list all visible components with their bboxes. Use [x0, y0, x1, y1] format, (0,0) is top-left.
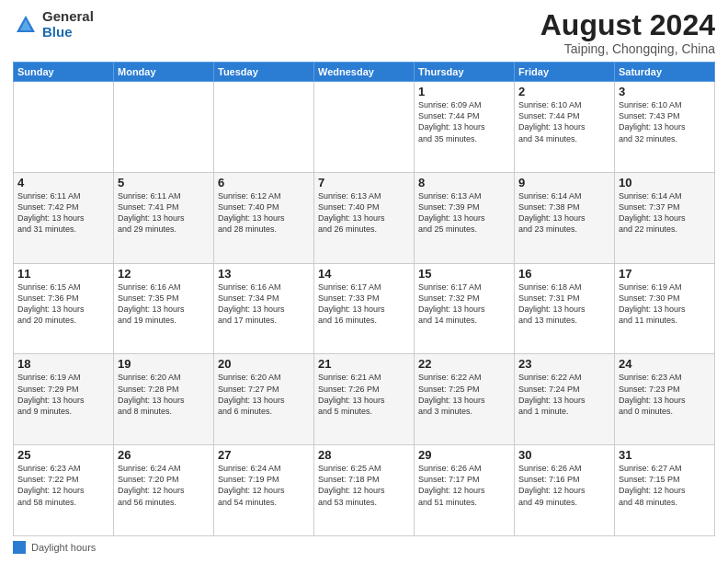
calendar-week-3: 11Sunrise: 6:15 AM Sunset: 7:36 PM Dayli… [14, 263, 715, 354]
calendar-cell: 3Sunrise: 6:10 AM Sunset: 7:43 PM Daylig… [615, 82, 715, 173]
day-info: Sunrise: 6:12 AM Sunset: 7:40 PM Dayligh… [218, 190, 310, 236]
day-info: Sunrise: 6:23 AM Sunset: 7:22 PM Dayligh… [17, 463, 109, 508]
day-number: 21 [318, 357, 410, 371]
day-info: Sunrise: 6:20 AM Sunset: 7:27 PM Dayligh… [218, 372, 310, 417]
day-info: Sunrise: 6:27 AM Sunset: 7:15 PM Dayligh… [619, 463, 711, 508]
calendar-week-2: 4Sunrise: 6:11 AM Sunset: 7:42 PM Daylig… [14, 172, 715, 263]
day-info: Sunrise: 6:14 AM Sunset: 7:38 PM Dayligh… [518, 190, 610, 236]
day-info: Sunrise: 6:22 AM Sunset: 7:25 PM Dayligh… [418, 372, 510, 417]
calendar-week-1: 1Sunrise: 6:09 AM Sunset: 7:44 PM Daylig… [14, 82, 715, 173]
day-number: 4 [17, 176, 109, 190]
day-number: 18 [17, 357, 109, 371]
col-wednesday: Wednesday [314, 63, 415, 82]
day-info: Sunrise: 6:16 AM Sunset: 7:35 PM Dayligh… [118, 282, 210, 327]
logo-text: General Blue [42, 9, 94, 40]
day-info: Sunrise: 6:13 AM Sunset: 7:40 PM Dayligh… [318, 190, 410, 236]
day-info: Sunrise: 6:14 AM Sunset: 7:37 PM Dayligh… [619, 190, 711, 236]
calendar-cell: 22Sunrise: 6:22 AM Sunset: 7:25 PM Dayli… [415, 354, 515, 445]
day-number: 14 [318, 267, 410, 281]
calendar-cell: 7Sunrise: 6:13 AM Sunset: 7:40 PM Daylig… [314, 172, 415, 263]
col-thursday: Thursday [415, 63, 515, 82]
calendar-cell: 20Sunrise: 6:20 AM Sunset: 7:27 PM Dayli… [214, 354, 314, 445]
day-number: 22 [418, 357, 510, 371]
day-info: Sunrise: 6:18 AM Sunset: 7:31 PM Dayligh… [518, 282, 610, 327]
day-info: Sunrise: 6:25 AM Sunset: 7:18 PM Dayligh… [318, 463, 410, 508]
day-info: Sunrise: 6:09 AM Sunset: 7:44 PM Dayligh… [418, 99, 510, 144]
day-info: Sunrise: 6:20 AM Sunset: 7:28 PM Dayligh… [118, 372, 210, 417]
day-number: 16 [518, 267, 610, 281]
day-number: 12 [118, 267, 210, 281]
day-info: Sunrise: 6:16 AM Sunset: 7:34 PM Dayligh… [218, 282, 310, 327]
col-friday: Friday [515, 63, 615, 82]
calendar-cell: 1Sunrise: 6:09 AM Sunset: 7:44 PM Daylig… [415, 82, 515, 173]
day-info: Sunrise: 6:11 AM Sunset: 7:41 PM Dayligh… [118, 190, 210, 236]
logo-blue-text: Blue [42, 25, 94, 40]
day-number: 9 [518, 176, 610, 190]
logo-icon [13, 12, 39, 38]
page: General Blue August 2024 Taiping, Chongq… [0, 0, 728, 563]
calendar-cell: 18Sunrise: 6:19 AM Sunset: 7:29 PM Dayli… [14, 354, 114, 445]
title-block: August 2024 Taiping, Chongqing, China [540, 9, 715, 56]
calendar-week-5: 25Sunrise: 6:23 AM Sunset: 7:22 PM Dayli… [14, 445, 715, 536]
day-info: Sunrise: 6:23 AM Sunset: 7:23 PM Dayligh… [619, 372, 711, 417]
calendar-cell: 12Sunrise: 6:16 AM Sunset: 7:35 PM Dayli… [114, 263, 214, 354]
day-info: Sunrise: 6:10 AM Sunset: 7:43 PM Dayligh… [619, 99, 711, 144]
day-number: 13 [218, 267, 310, 281]
day-number: 11 [17, 267, 109, 281]
day-info: Sunrise: 6:13 AM Sunset: 7:39 PM Dayligh… [418, 190, 510, 236]
calendar-table: Sunday Monday Tuesday Wednesday Thursday… [13, 62, 715, 536]
day-info: Sunrise: 6:19 AM Sunset: 7:30 PM Dayligh… [619, 282, 711, 327]
calendar-cell: 16Sunrise: 6:18 AM Sunset: 7:31 PM Dayli… [515, 263, 615, 354]
logo-general-text: General [42, 9, 94, 25]
day-info: Sunrise: 6:10 AM Sunset: 7:44 PM Dayligh… [518, 99, 610, 144]
calendar-cell: 27Sunrise: 6:24 AM Sunset: 7:19 PM Dayli… [214, 445, 314, 536]
footer: Daylight hours [13, 541, 715, 554]
calendar-cell: 17Sunrise: 6:19 AM Sunset: 7:30 PM Dayli… [615, 263, 715, 354]
day-number: 8 [418, 176, 510, 190]
calendar-cell: 15Sunrise: 6:17 AM Sunset: 7:32 PM Dayli… [415, 263, 515, 354]
header-row: Sunday Monday Tuesday Wednesday Thursday… [14, 63, 715, 82]
calendar-cell: 8Sunrise: 6:13 AM Sunset: 7:39 PM Daylig… [415, 172, 515, 263]
day-number: 24 [619, 357, 711, 371]
col-saturday: Saturday [615, 63, 715, 82]
calendar-cell: 28Sunrise: 6:25 AM Sunset: 7:18 PM Dayli… [314, 445, 415, 536]
calendar-cell: 25Sunrise: 6:23 AM Sunset: 7:22 PM Dayli… [14, 445, 114, 536]
calendar-cell: 14Sunrise: 6:17 AM Sunset: 7:33 PM Dayli… [314, 263, 415, 354]
calendar-cell: 2Sunrise: 6:10 AM Sunset: 7:44 PM Daylig… [515, 82, 615, 173]
day-number: 10 [619, 176, 711, 190]
day-number: 23 [518, 357, 610, 371]
day-info: Sunrise: 6:22 AM Sunset: 7:24 PM Dayligh… [518, 372, 610, 417]
calendar-cell: 5Sunrise: 6:11 AM Sunset: 7:41 PM Daylig… [114, 172, 214, 263]
calendar-cell: 19Sunrise: 6:20 AM Sunset: 7:28 PM Dayli… [114, 354, 214, 445]
footer-label: Daylight hours [31, 542, 96, 553]
calendar-cell: 13Sunrise: 6:16 AM Sunset: 7:34 PM Dayli… [214, 263, 314, 354]
day-number: 20 [218, 357, 310, 371]
day-number: 3 [619, 85, 711, 98]
day-number: 29 [418, 448, 510, 462]
day-number: 28 [318, 448, 410, 462]
calendar-cell: 30Sunrise: 6:26 AM Sunset: 7:16 PM Dayli… [515, 445, 615, 536]
calendar-cell: 4Sunrise: 6:11 AM Sunset: 7:42 PM Daylig… [14, 172, 114, 263]
calendar-cell [14, 82, 114, 173]
day-info: Sunrise: 6:17 AM Sunset: 7:32 PM Dayligh… [418, 282, 510, 327]
main-title: August 2024 [540, 9, 715, 41]
logo: General Blue [13, 9, 94, 40]
day-number: 1 [418, 85, 510, 98]
day-info: Sunrise: 6:11 AM Sunset: 7:42 PM Dayligh… [17, 190, 109, 236]
day-number: 6 [218, 176, 310, 190]
day-number: 31 [619, 448, 711, 462]
day-info: Sunrise: 6:24 AM Sunset: 7:20 PM Dayligh… [118, 463, 210, 508]
day-number: 19 [118, 357, 210, 371]
day-number: 26 [118, 448, 210, 462]
calendar-cell: 26Sunrise: 6:24 AM Sunset: 7:20 PM Dayli… [114, 445, 214, 536]
day-info: Sunrise: 6:19 AM Sunset: 7:29 PM Dayligh… [17, 372, 109, 417]
day-number: 30 [518, 448, 610, 462]
calendar-week-4: 18Sunrise: 6:19 AM Sunset: 7:29 PM Dayli… [14, 354, 715, 445]
day-info: Sunrise: 6:26 AM Sunset: 7:16 PM Dayligh… [518, 463, 610, 508]
calendar-cell [314, 82, 415, 173]
calendar-cell [114, 82, 214, 173]
day-info: Sunrise: 6:24 AM Sunset: 7:19 PM Dayligh… [218, 463, 310, 508]
day-number: 17 [619, 267, 711, 281]
calendar-cell: 6Sunrise: 6:12 AM Sunset: 7:40 PM Daylig… [214, 172, 314, 263]
day-number: 5 [118, 176, 210, 190]
